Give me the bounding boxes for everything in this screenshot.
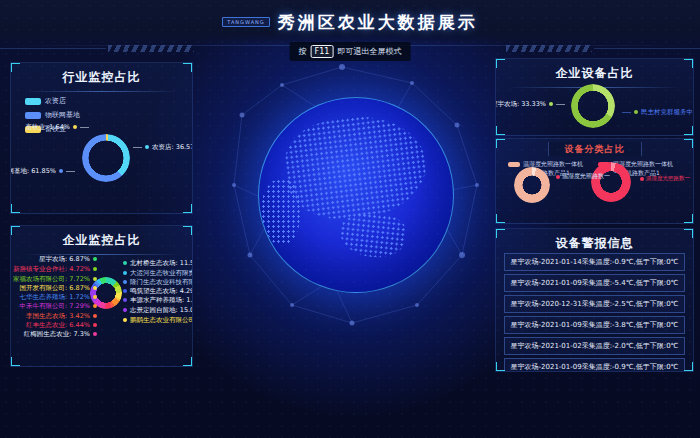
category-left-donut-chart[interactable] [514, 167, 550, 203]
dashboard-root: TANGWANG 秀洲区农业大数据展示 按 F11 即可退出全屏模式 行业监控占… [0, 0, 700, 438]
callout-dot [634, 110, 638, 114]
panel-enterprise-ratio: 企业监控占比 星宇农场: 6.87% 新塍镇专业合作社: 4.72% 家福农场有… [10, 225, 193, 367]
globe-continent-dots [281, 109, 432, 226]
f11-key: F11 [311, 45, 334, 58]
callout-dot [93, 286, 97, 290]
panel-industry-ratio: 行业监控占比 农资店 物联网基地 畜牧业 畜牧业: 1.64% 农资店: 36.… [10, 62, 193, 214]
legend-item[interactable]: 物联网基地 [25, 110, 80, 120]
chart-callout: 丰源水产种养殖场: 1. [123, 296, 192, 304]
globe-continent-dots [338, 211, 408, 260]
callout-dot [93, 257, 97, 261]
divider [23, 91, 180, 92]
chart-callout: 温湿度光照路数一 [556, 172, 610, 181]
callout-dot [59, 169, 63, 173]
chart-callout: 物联网基地: 61.85% [10, 167, 75, 175]
callout-dot [123, 261, 127, 265]
alarm-list: 星宇农场-2021-01-14采集温度:-0.9℃,低于下限:0℃ 星宇农场-2… [504, 253, 685, 372]
callout-dot [93, 332, 97, 336]
alarm-row: 星宇农场-2021-01-09采集温度:-3.8℃,低于下限:0℃ [504, 316, 685, 334]
alarm-row: 星宇农场-2021-01-14采集温度:-0.9℃,低于下限:0℃ [504, 253, 685, 271]
callout-dot [123, 289, 127, 293]
callout-dot [123, 280, 127, 284]
panel-device-category: 设备分类占比 温湿度光照路数一体机 一体机路数产品1 温湿度光照路数一 温湿度光… [495, 138, 694, 224]
logo-badge: TANGWANG [222, 17, 269, 27]
chart-callout: 北村桥生态农场: 11.56% [123, 259, 193, 267]
callout-dot [93, 267, 97, 271]
panel-title: 行业监控占比 [11, 69, 192, 86]
device-donut-chart[interactable] [571, 84, 615, 128]
callout-dot [640, 177, 644, 181]
callout-dot [73, 125, 77, 129]
chart-callout: 民主村党群服务中心 [622, 108, 694, 116]
chart-callout: 温湿度光照路数一 [640, 175, 690, 182]
chart-callout: 家福农场有限公司: 7.72% [13, 275, 97, 283]
chart-callout: 国开发有限公司: 6.87% [20, 284, 97, 292]
chart-callout: 农资店: 36.57% [133, 143, 193, 151]
chart-callout: 红丰生态农业: 6.44% [26, 321, 97, 329]
legend-item[interactable]: 温湿度光照路数一体机 [508, 160, 583, 169]
panel-device-ratio: 企业设备占比 星宇农场: 33.33% 民主村党群服务中心 [495, 58, 694, 136]
header-decal-right [506, 45, 592, 52]
hint-suffix: 即可退出全屏模式 [337, 46, 401, 57]
globe-continent-dots [261, 179, 300, 245]
callout-dot [93, 277, 97, 281]
hint-prefix: 按 [299, 46, 307, 57]
legend-swatch [508, 162, 520, 167]
callout-dot [123, 318, 127, 322]
callout-dot [93, 295, 97, 299]
legend-label: 物联网基地 [45, 110, 80, 120]
panel-title: 设备警报信息 [496, 235, 693, 252]
category-right-donut-chart[interactable] [591, 162, 631, 202]
panel-alarm-info: 设备警报信息 星宇农场-2021-01-14采集温度:-0.9℃,低于下限:0℃… [495, 228, 694, 372]
callout-dot [93, 304, 97, 308]
chart-callout: 鹏鹞生态农业有限公司: 6.87% [123, 316, 193, 324]
alarm-row: 星宇农场-2021-01-02采集温度:-2.0℃,低于下限:0℃ [504, 337, 685, 355]
chart-callout: 鸣筑望生态农场: 4.29% [123, 287, 193, 295]
chart-callout: 李国生态农场: 3.42% [26, 312, 97, 320]
chart-callout: 星宇农场: 6.87% [39, 255, 97, 263]
header: TANGWANG 秀洲区农业大数据展示 [0, 0, 700, 46]
chart-callout: 红梅园生态农业: 7.3% [24, 330, 97, 338]
fullscreen-hint: 按 F11 即可退出全屏模式 [290, 42, 411, 61]
legend-label: 农资店 [45, 96, 66, 106]
callout-dot [556, 175, 560, 179]
globe-visualization[interactable] [258, 97, 454, 293]
chart-callout: 大运河生态牧业有限责任公 [123, 269, 193, 277]
legend-item[interactable]: 农资店 [25, 96, 80, 106]
chart-callout: 中禾牛有限公司: 7.29% [20, 302, 97, 310]
alarm-row: 星宇农场-2021-01-09采集温度:-5.4℃,低于下限:0℃ [504, 274, 685, 292]
legend-swatch [25, 98, 41, 105]
callout-dot [123, 308, 127, 312]
industry-legend: 农资店 物联网基地 畜牧业 [25, 96, 80, 138]
panel-title: 企业监控占比 [11, 232, 192, 249]
callout-dot [549, 102, 553, 106]
callout-dot [145, 145, 149, 149]
industry-donut-chart[interactable] [82, 134, 130, 182]
alarm-row: 星宇农场-2020-12-31采集温度:-2.5℃,低于下限:0℃ [504, 295, 685, 313]
chart-callout: 隆门生态农业科技有限公 [123, 278, 193, 286]
chart-callout: 新塍镇专业合作社: 4.72% [13, 265, 97, 273]
callout-dot [123, 271, 127, 275]
header-decal-left [108, 45, 194, 52]
panel-title: 企业设备占比 [496, 65, 693, 82]
chart-callout: 志景定园自留地: 15.02% [123, 306, 193, 314]
callout-dot [93, 323, 97, 327]
page-title: 秀洲区农业大数据展示 [278, 11, 478, 34]
alarm-row: 星宇农场-2021-01-09采集温度:-0.9℃,低于下限:0℃ [504, 358, 685, 372]
chart-callout: 畜牧业: 1.64% [26, 123, 89, 131]
callout-dot [93, 314, 97, 318]
panel-title: 设备分类占比 [548, 142, 642, 156]
chart-callout: 七华生态养殖场: 1.72% [20, 293, 97, 301]
legend-swatch [25, 112, 41, 119]
chart-callout: 星宇农场: 33.33% [495, 100, 565, 108]
callout-dot [123, 298, 127, 302]
